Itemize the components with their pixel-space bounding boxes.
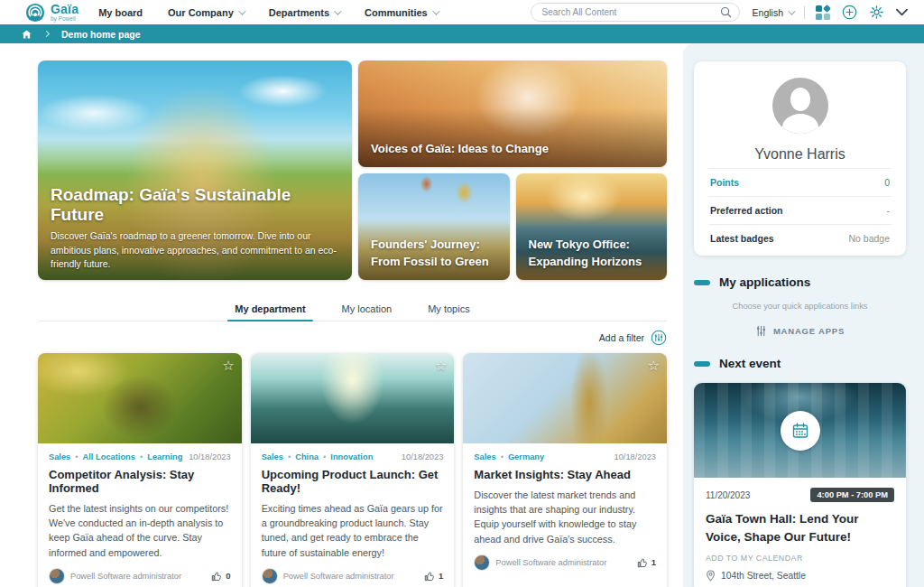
hero-title: Voices of Gaïa: Ideas to Change bbox=[371, 141, 656, 158]
category-tag[interactable]: Innovation bbox=[323, 452, 373, 461]
header-divider bbox=[804, 6, 805, 19]
news-title[interactable]: Competitor Analysis: Stay Informed bbox=[49, 468, 231, 495]
main-nav: My board Our Company Departments Communi… bbox=[98, 7, 438, 18]
page: Gaïa by Powell My board Our Company Depa… bbox=[0, 0, 924, 587]
news-title[interactable]: Upcoming Product Launch: Get Ready! bbox=[262, 468, 444, 495]
main-content: Roadmap: Gaïa's Sustainable Future Disco… bbox=[38, 43, 667, 587]
apps-waffle-icon[interactable] bbox=[816, 5, 830, 20]
add-filter-label[interactable]: Add a filter bbox=[599, 332, 644, 343]
hero-title: Founders' Journey: From Fossil to Green bbox=[371, 237, 499, 271]
news-card-market-insights[interactable]: ☆ Sales Germany 10/18/2023 Market Insigh… bbox=[463, 353, 667, 587]
tab-my-department[interactable]: My department bbox=[233, 300, 307, 321]
news-excerpt: Discover the latest market trends and in… bbox=[474, 488, 656, 546]
hero-title: Roadmap: Gaïa's Sustainable Future bbox=[51, 185, 341, 225]
news-excerpt: Exciting times ahead as Gaïa gears up fo… bbox=[262, 501, 444, 560]
profile-row-latest-badges[interactable]: Latest badges No badge bbox=[708, 224, 892, 252]
search-icon[interactable] bbox=[720, 6, 732, 18]
news-card-product-launch[interactable]: ☆ Sales China Innovation 10/18/2023 Upco… bbox=[251, 353, 455, 587]
gaia-logo[interactable]: Gaïa by Powell bbox=[25, 3, 79, 23]
next-event-heading: Next event bbox=[719, 357, 781, 370]
add-content-icon[interactable] bbox=[842, 5, 857, 20]
my-applications-heading: My applications bbox=[719, 275, 810, 289]
author-avatar bbox=[49, 568, 65, 584]
manage-apps-button[interactable]: MANAGE APPS bbox=[694, 325, 906, 337]
like-button[interactable]: 0 bbox=[211, 571, 230, 582]
add-to-calendar-link[interactable]: ADD TO MY CALENDAR bbox=[706, 554, 894, 563]
hero-description: Discover Gaïa's roadmap to a greener tom… bbox=[51, 229, 341, 271]
language-selector[interactable]: English bbox=[753, 7, 793, 18]
section-dash-icon bbox=[694, 361, 710, 367]
category-tag[interactable]: Sales bbox=[49, 452, 70, 461]
news-image: ☆ bbox=[251, 353, 455, 443]
hero-card-voices[interactable]: Voices of Gaïa: Ideas to Change bbox=[358, 61, 667, 167]
chevron-down-icon bbox=[432, 7, 439, 14]
like-button[interactable]: 1 bbox=[637, 557, 656, 568]
logo-subtitle: by Powell bbox=[51, 16, 79, 23]
profile-name: Yvonne Harris bbox=[708, 146, 892, 163]
favorite-star-icon[interactable]: ☆ bbox=[222, 359, 234, 372]
applications-hint: Choose your quick applications links bbox=[694, 302, 906, 311]
right-sidebar: Yvonne Harris Points 0 Preferred action … bbox=[683, 43, 924, 587]
news-image: ☆ bbox=[463, 353, 667, 443]
breadcrumb: Demo home page bbox=[0, 24, 924, 43]
like-count: 0 bbox=[226, 571, 230, 581]
location-pin-icon bbox=[706, 570, 716, 582]
news-filter-tabs: My department My location My topics bbox=[38, 300, 667, 321]
author-name: Powell Software administrator bbox=[283, 572, 394, 581]
nav-our-company[interactable]: Our Company bbox=[168, 7, 244, 18]
search-input[interactable] bbox=[542, 7, 720, 17]
category-tag[interactable]: Sales bbox=[262, 452, 283, 461]
favorite-star-icon[interactable]: ☆ bbox=[648, 359, 660, 372]
author-avatar bbox=[262, 568, 278, 584]
category-tag[interactable]: Learning bbox=[140, 452, 183, 461]
author-name: Powell Software administrator bbox=[70, 572, 181, 581]
nav-communities[interactable]: Communities bbox=[365, 7, 438, 18]
hero-card-founders[interactable]: Founders' Journey: From Fossil to Green bbox=[358, 173, 510, 280]
favorite-star-icon[interactable]: ☆ bbox=[435, 359, 447, 372]
top-navigation-bar: Gaïa by Powell My board Our Company Depa… bbox=[0, 0, 924, 24]
section-dash-icon bbox=[694, 280, 710, 285]
thumbs-up-icon bbox=[211, 571, 222, 582]
like-count: 1 bbox=[651, 557, 656, 567]
tab-my-location[interactable]: My location bbox=[340, 300, 394, 321]
event-title[interactable]: Gaïa Town Hall: Lend Your Voice, Shape O… bbox=[706, 510, 894, 545]
global-search[interactable] bbox=[531, 3, 740, 22]
news-date: 10/18/2023 bbox=[614, 452, 656, 461]
collapse-header-icon[interactable] bbox=[896, 8, 908, 16]
event-card[interactable]: 11/20/2023 4:00 PM - 7:00 PM Gaïa Town H… bbox=[694, 383, 906, 587]
news-image: ☆ bbox=[38, 353, 242, 443]
event-date: 11/20/2023 bbox=[706, 490, 750, 500]
settings-gear-icon[interactable] bbox=[869, 5, 884, 20]
news-title[interactable]: Market Insights: Stay Ahead bbox=[474, 468, 656, 481]
news-date: 10/18/2023 bbox=[189, 452, 231, 461]
like-count: 1 bbox=[439, 571, 443, 581]
category-tag[interactable]: China bbox=[288, 452, 319, 461]
news-card-competitor-analysis[interactable]: ☆ Sales All Locations Learning 10/18/202… bbox=[38, 353, 242, 587]
hero-title: New Tokyo Office: Expanding Horizons bbox=[529, 237, 657, 271]
category-tag[interactable]: Sales bbox=[474, 452, 495, 461]
tab-my-topics[interactable]: My topics bbox=[426, 300, 471, 321]
hero-card-roadmap[interactable]: Roadmap: Gaïa's Sustainable Future Disco… bbox=[38, 61, 352, 280]
chevron-down-icon bbox=[238, 7, 245, 14]
hero-card-tokyo[interactable]: New Tokyo Office: Expanding Horizons bbox=[516, 173, 668, 280]
event-image bbox=[694, 383, 906, 478]
category-tag[interactable]: Germany bbox=[501, 452, 545, 461]
home-icon[interactable] bbox=[22, 30, 32, 39]
breadcrumb-page-title: Demo home page bbox=[61, 29, 141, 40]
event-location: 104th Street, Seattle bbox=[721, 571, 806, 581]
nav-my-board[interactable]: My board bbox=[98, 7, 143, 18]
like-button[interactable]: 1 bbox=[424, 571, 443, 582]
logo-title: Gaïa bbox=[51, 3, 79, 15]
sliders-icon bbox=[755, 325, 767, 337]
news-card-list: ☆ Sales All Locations Learning 10/18/202… bbox=[38, 353, 667, 587]
profile-avatar[interactable] bbox=[772, 78, 828, 134]
author-name: Powell Software administrator bbox=[495, 558, 606, 567]
filter-sliders-icon[interactable] bbox=[651, 330, 667, 346]
category-tag[interactable]: All Locations bbox=[75, 452, 135, 461]
nav-departments[interactable]: Departments bbox=[269, 7, 339, 18]
chevron-down-icon bbox=[788, 7, 795, 14]
profile-row-preferred-action[interactable]: Preferred action - bbox=[708, 196, 892, 224]
author-avatar bbox=[474, 554, 490, 571]
profile-row-points[interactable]: Points 0 bbox=[708, 168, 892, 196]
hero-news-grid: Roadmap: Gaïa's Sustainable Future Disco… bbox=[38, 61, 667, 280]
